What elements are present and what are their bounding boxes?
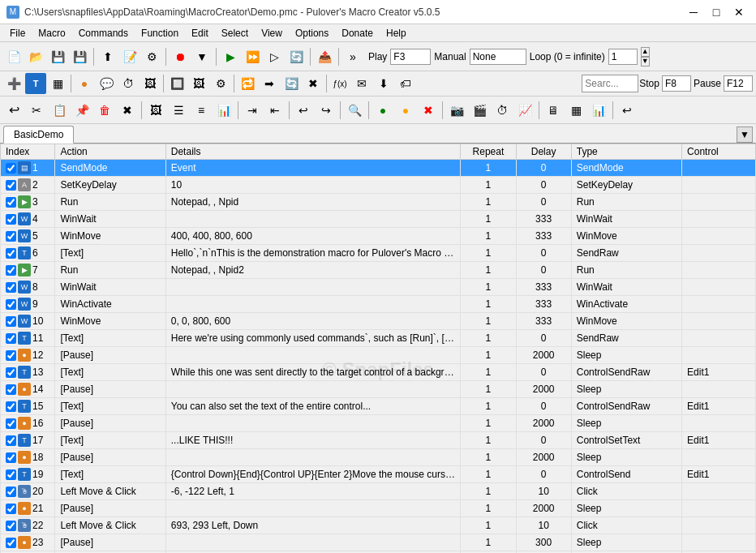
func-btn[interactable]: ƒ(x) (329, 73, 350, 94)
row-checkbox[interactable] (6, 521, 16, 531)
table-row[interactable]: T 15[Text]You can also set the text of t… (1, 398, 756, 415)
outdent-btn[interactable]: ⇤ (264, 100, 286, 121)
row-checkbox[interactable] (6, 350, 16, 361)
mail-btn[interactable]: ✉ (351, 73, 372, 94)
row-checkbox[interactable] (6, 316, 16, 327)
menu-file[interactable]: File (3, 26, 32, 41)
grid-button[interactable]: ▦ (47, 73, 68, 94)
format-btn[interactable]: 📊 (213, 100, 234, 121)
cycle-btn[interactable]: 🔄 (281, 73, 302, 94)
list2-btn[interactable]: ≡ (191, 100, 212, 121)
row-checkbox[interactable] (6, 452, 16, 463)
menu-function[interactable]: Function (135, 26, 185, 41)
table-container[interactable]: Index Action Details Repeat Delay Type C… (0, 144, 756, 553)
menu-donate[interactable]: Donate (335, 26, 380, 41)
menu-view[interactable]: View (255, 26, 289, 41)
arrow-btn[interactable]: ➡ (259, 73, 280, 94)
loop-value-input[interactable] (608, 49, 638, 65)
row-checkbox[interactable] (6, 469, 16, 480)
table-row[interactable]: ● 14[Pause]12000Sleep (1, 381, 756, 398)
row-checkbox[interactable] (6, 248, 16, 259)
paste-btn[interactable]: 📌 (71, 100, 92, 121)
table-row[interactable]: ● 23[Pause]1300Sleep (1, 534, 756, 551)
undo-btn[interactable]: ↩ (3, 100, 24, 121)
table-row[interactable]: ▤ 1SendModeEvent10SendMode (1, 160, 756, 177)
play-step-button[interactable]: ▷ (264, 46, 285, 67)
open-button[interactable]: 📂 (25, 46, 46, 67)
spreadsheet-btn[interactable]: 📊 (588, 100, 609, 121)
maximize-button[interactable]: □ (706, 4, 727, 20)
tag-btn[interactable]: 🏷 (395, 73, 416, 94)
table-row[interactable]: T 17[Text]...LIKE THIS!!!10ControlSetTex… (1, 432, 756, 449)
row-checkbox[interactable] (6, 418, 16, 429)
timer-btn[interactable]: ⏱ (118, 73, 139, 94)
table-row[interactable]: 🖱 22Left Move & Click693, 293 Left, Down… (1, 517, 756, 534)
menu-options[interactable]: Options (289, 26, 335, 41)
row-checkbox[interactable] (6, 384, 16, 395)
table-row[interactable]: W 8WinWait1333WinWait (1, 279, 756, 296)
tab-dropdown[interactable]: ▼ (737, 126, 753, 143)
red-x-btn[interactable]: ✖ (418, 100, 439, 121)
table-row[interactable]: ● 18[Pause]12000Sleep (1, 449, 756, 466)
loop-increment[interactable]: ▲ (641, 47, 650, 57)
table-row[interactable]: T 11[Text]Here we're using commonly used… (1, 330, 756, 347)
film-btn[interactable]: 🎬 (469, 100, 490, 121)
row-checkbox[interactable] (6, 333, 16, 344)
stop-key-input[interactable] (662, 75, 691, 92)
pause-key-input[interactable] (724, 75, 753, 92)
record-button[interactable]: ⏺ (170, 46, 191, 67)
row-checkbox[interactable] (6, 401, 16, 412)
table-row[interactable]: ● 16[Pause]12000Sleep (1, 415, 756, 432)
table-row[interactable]: W 4WinWait1333WinWait (1, 211, 756, 228)
list-btn[interactable]: ☰ (168, 100, 189, 121)
indent-btn[interactable]: ⇥ (242, 100, 263, 121)
text-cmd-button[interactable]: T (25, 73, 46, 94)
delete-btn[interactable]: 🗑 (94, 100, 115, 121)
toolbar-expand[interactable]: » (342, 46, 363, 67)
menu-select[interactable]: Select (215, 26, 255, 41)
play-key-input[interactable] (390, 49, 431, 65)
row-checkbox[interactable] (6, 163, 16, 174)
close-button[interactable]: ✕ (728, 4, 750, 20)
x-btn[interactable]: ✖ (303, 73, 324, 94)
arrow2-btn[interactable]: ↩ (616, 100, 638, 121)
menu-help[interactable]: Help (380, 26, 413, 41)
row-checkbox[interactable] (6, 538, 16, 548)
row-checkbox[interactable] (6, 265, 16, 276)
orange-btn[interactable]: ● (74, 73, 95, 94)
row-checkbox[interactable] (6, 435, 16, 446)
cut-btn[interactable]: ✂ (26, 100, 47, 121)
menu-commands[interactable]: Commands (72, 26, 135, 41)
save-button[interactable]: 💾 (47, 46, 68, 67)
row-checkbox[interactable] (6, 487, 16, 497)
orange-circle-btn[interactable]: ● (395, 100, 416, 121)
row-checkbox[interactable] (6, 180, 16, 191)
table-row[interactable]: ▶ 3RunNotepad, , Npid10Run (1, 194, 756, 211)
rec2-btn[interactable]: 🔲 (166, 73, 187, 94)
menu-macro[interactable]: Macro (32, 26, 71, 41)
new-button[interactable]: 📄 (3, 46, 24, 67)
loop-decrement[interactable]: ▼ (641, 57, 650, 66)
table-row[interactable]: W 9WinActivate1333WinActivate (1, 296, 756, 313)
copy-btn[interactable]: 📋 (49, 100, 70, 121)
gear-btn[interactable]: ⚙ (210, 73, 231, 94)
image2-btn[interactable]: 🖼 (188, 73, 209, 94)
table-row[interactable]: T 13[Text]While this one was sent direct… (1, 364, 756, 381)
table-row[interactable]: T 6[Text]Hello`,`n`nThis is the demonstr… (1, 245, 756, 262)
undo2-btn[interactable]: ↩ (293, 100, 314, 121)
move-up-button[interactable]: ⬆ (97, 46, 118, 67)
manual-value-input[interactable] (470, 49, 526, 65)
row-checkbox[interactable] (6, 367, 16, 378)
table-row[interactable]: T 19[Text]{Control Down}{End}{Control UP… (1, 466, 756, 483)
green-circle-btn[interactable]: ● (372, 100, 393, 121)
table-row[interactable]: A 2SetKeyDelay1010SetKeyDelay (1, 177, 756, 194)
row-checkbox[interactable] (6, 214, 16, 225)
table-row[interactable]: W 5WinMove400, 400, 800, 6001333WinMove (1, 228, 756, 245)
toolbar-btn-script[interactable]: 📝 (119, 46, 140, 67)
minimize-button[interactable]: ─ (683, 4, 704, 20)
table-row[interactable]: ● 12[Pause]12000Sleep (1, 347, 756, 364)
play-from-button[interactable]: ⏩ (242, 46, 263, 67)
table-row[interactable]: ▶ 7RunNotepad, , Npid210Run (1, 262, 756, 279)
search-input[interactable] (582, 75, 638, 92)
replay-button[interactable]: 🔄 (286, 46, 307, 67)
